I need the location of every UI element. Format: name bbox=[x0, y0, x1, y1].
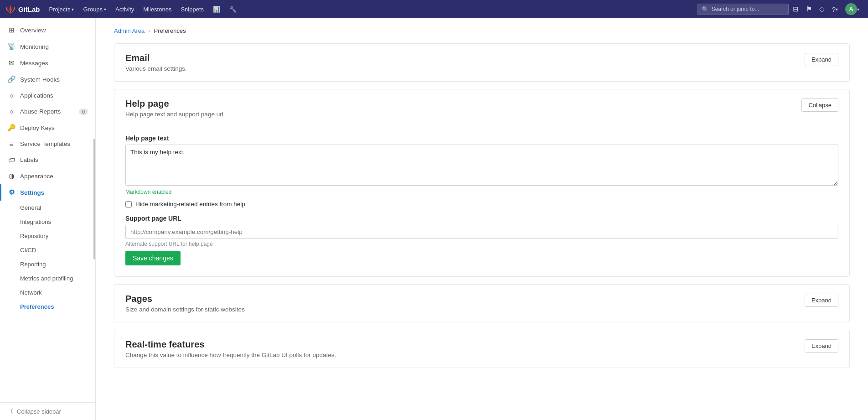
save-changes-button[interactable]: Save changes bbox=[125, 251, 181, 265]
email-section-title: Email bbox=[125, 53, 187, 63]
sidebar-item-overview[interactable]: ⊞ Overview bbox=[0, 22, 95, 38]
sidebar-subitem-preferences[interactable]: Preferences bbox=[0, 300, 95, 314]
support-url-hint: Alternate support URL for help page bbox=[125, 241, 838, 247]
pages-section: Pages Size and domain settings for stati… bbox=[114, 284, 850, 322]
merge-requests-icon[interactable]: ⚑ bbox=[803, 3, 815, 16]
email-section-header: Email Various email settings. Expand bbox=[114, 44, 849, 81]
service-templates-icon: ≡ bbox=[7, 140, 16, 148]
email-expand-button[interactable]: Expand bbox=[805, 53, 838, 66]
breadcrumb: Admin Area › Preferences bbox=[114, 27, 850, 34]
sidebar-item-service-templates[interactable]: ≡ Service Templates bbox=[0, 136, 95, 152]
help-page-section-desc: Help page text and support page url. bbox=[125, 111, 225, 118]
hide-marketing-label[interactable]: Hide marketing-related entries from help bbox=[135, 201, 245, 207]
sidebar-item-messages[interactable]: ✉ Messages bbox=[0, 55, 95, 71]
sidebar-subitem-repository[interactable]: Repository bbox=[0, 229, 95, 243]
abuse-reports-badge: 0 bbox=[79, 109, 88, 115]
gitlab-wordmark: GitLab bbox=[18, 5, 40, 13]
nav-milestones[interactable]: Milestones bbox=[140, 4, 175, 15]
search-icon: 🔍 bbox=[702, 6, 709, 13]
labels-icon: 🏷 bbox=[7, 156, 16, 164]
nav-wrench-icon[interactable]: 🔧 bbox=[226, 4, 240, 15]
sidebar-toggle-button[interactable]: ⊟ bbox=[790, 3, 802, 16]
messages-icon: ✉ bbox=[7, 59, 16, 67]
help-page-section-header: Help page Help page text and support pag… bbox=[114, 89, 849, 127]
monitoring-icon: 📡 bbox=[7, 42, 16, 51]
breadcrumb-separator: › bbox=[148, 27, 150, 34]
top-navigation: GitLab Projects ▾ Groups ▾ Activity Mile… bbox=[0, 0, 868, 18]
email-section: Email Various email settings. Expand bbox=[114, 43, 850, 82]
overview-icon: ⊞ bbox=[7, 26, 16, 34]
pages-section-info: Pages Size and domain settings for stati… bbox=[125, 294, 245, 313]
realtime-section-header: Real-time features Change this value to … bbox=[114, 330, 849, 368]
help-text-label: Help page text bbox=[125, 135, 838, 142]
topnav-right-actions: 🔍 Search or jump to... ⊟ ⚑ ◇ ?▾ A ▾ bbox=[698, 1, 863, 17]
sidebar-item-appearance[interactable]: ◑ Appearance bbox=[0, 168, 95, 184]
nav-projects[interactable]: Projects ▾ bbox=[46, 4, 78, 15]
breadcrumb-current: Preferences bbox=[154, 27, 186, 34]
support-url-input[interactable] bbox=[125, 225, 838, 239]
appearance-icon: ◑ bbox=[7, 172, 16, 180]
sidebar-item-labels[interactable]: 🏷 Labels bbox=[0, 152, 95, 168]
realtime-expand-button[interactable]: Expand bbox=[805, 339, 838, 353]
groups-chevron-icon: ▾ bbox=[104, 7, 106, 12]
user-chevron-icon: ▾ bbox=[857, 7, 859, 12]
collapse-sidebar-button[interactable]: 《 Collapse sidebar bbox=[0, 402, 95, 420]
nav-groups[interactable]: Groups ▾ bbox=[79, 4, 110, 15]
abuse-reports-icon: ○ bbox=[7, 108, 16, 115]
hide-marketing-row: Hide marketing-related entries from help bbox=[125, 201, 838, 207]
help-page-section-info: Help page Help page text and support pag… bbox=[125, 99, 225, 118]
system-hooks-icon: 🔗 bbox=[7, 75, 16, 83]
help-chevron-icon: ▾ bbox=[836, 7, 838, 12]
help-page-section-title: Help page bbox=[125, 99, 225, 109]
email-section-desc: Various email settings. bbox=[125, 65, 187, 72]
help-page-section: Help page Help page text and support pag… bbox=[114, 89, 850, 277]
help-text-textarea[interactable]: This is my help text. bbox=[125, 145, 838, 186]
nav-snippets[interactable]: Snippets bbox=[177, 4, 207, 15]
sidebar-item-applications[interactable]: ○ Applications bbox=[0, 88, 95, 104]
sidebar: ⊞ Overview 📡 Monitoring ✉ Messages 🔗 Sys… bbox=[0, 18, 96, 420]
hide-marketing-checkbox[interactable] bbox=[125, 201, 132, 207]
realtime-section-desc: Change this value to influence how frequ… bbox=[125, 352, 336, 358]
help-page-section-content: Help page text This is my help text. Mar… bbox=[114, 127, 849, 276]
avatar: A bbox=[845, 3, 857, 15]
pages-section-desc: Size and domain settings for static webs… bbox=[125, 306, 245, 313]
realtime-section: Real-time features Change this value to … bbox=[114, 330, 850, 368]
pages-expand-button[interactable]: Expand bbox=[805, 294, 838, 307]
sidebar-subitem-ci-cd[interactable]: CI/CD bbox=[0, 243, 95, 257]
sidebar-item-deploy-keys[interactable]: 🔑 Deploy Keys bbox=[0, 119, 95, 136]
sidebar-subitem-network[interactable]: Network bbox=[0, 285, 95, 300]
realtime-section-title: Real-time features bbox=[125, 339, 336, 350]
support-url-label: Support page URL bbox=[125, 215, 838, 222]
sidebar-subitem-reporting[interactable]: Reporting bbox=[0, 257, 95, 271]
help-button[interactable]: ?▾ bbox=[829, 3, 841, 16]
nav-activity[interactable]: Activity bbox=[112, 4, 138, 15]
realtime-section-info: Real-time features Change this value to … bbox=[125, 339, 336, 358]
sidebar-item-abuse-reports[interactable]: ○ Abuse Reports 0 bbox=[0, 104, 95, 119]
breadcrumb-parent-link[interactable]: Admin Area bbox=[114, 27, 145, 34]
help-page-collapse-button[interactable]: Collapse bbox=[801, 99, 838, 112]
markdown-hint: Markdown enabled bbox=[125, 189, 838, 195]
sidebar-item-system-hooks[interactable]: 🔗 System Hooks bbox=[0, 71, 95, 88]
user-avatar-button[interactable]: A ▾ bbox=[842, 1, 863, 17]
sidebar-subitem-general[interactable]: General bbox=[0, 201, 95, 215]
settings-icon: ⚙ bbox=[7, 188, 16, 197]
issues-icon[interactable]: ◇ bbox=[816, 3, 828, 16]
pages-section-title: Pages bbox=[125, 294, 245, 304]
pages-section-header: Pages Size and domain settings for stati… bbox=[114, 285, 849, 322]
nav-chart-icon[interactable]: 📊 bbox=[209, 4, 224, 15]
gitlab-logo[interactable]: GitLab bbox=[5, 4, 40, 14]
sidebar-scrollbar[interactable] bbox=[93, 139, 95, 259]
main-content: Admin Area › Preferences Email Various e… bbox=[96, 18, 868, 420]
sidebar-subitem-metrics[interactable]: Metrics and profiling bbox=[0, 271, 95, 285]
applications-icon: ○ bbox=[7, 92, 16, 99]
collapse-arrows-icon: 《 bbox=[7, 407, 13, 415]
sidebar-item-settings[interactable]: ⚙ Settings bbox=[0, 184, 95, 201]
sidebar-subitem-integrations[interactable]: Integrations bbox=[0, 215, 95, 229]
search-box[interactable]: 🔍 Search or jump to... bbox=[698, 4, 789, 15]
email-section-info: Email Various email settings. bbox=[125, 53, 187, 72]
sidebar-item-monitoring[interactable]: 📡 Monitoring bbox=[0, 38, 95, 55]
projects-chevron-icon: ▾ bbox=[72, 7, 74, 12]
deploy-keys-icon: 🔑 bbox=[7, 124, 16, 132]
